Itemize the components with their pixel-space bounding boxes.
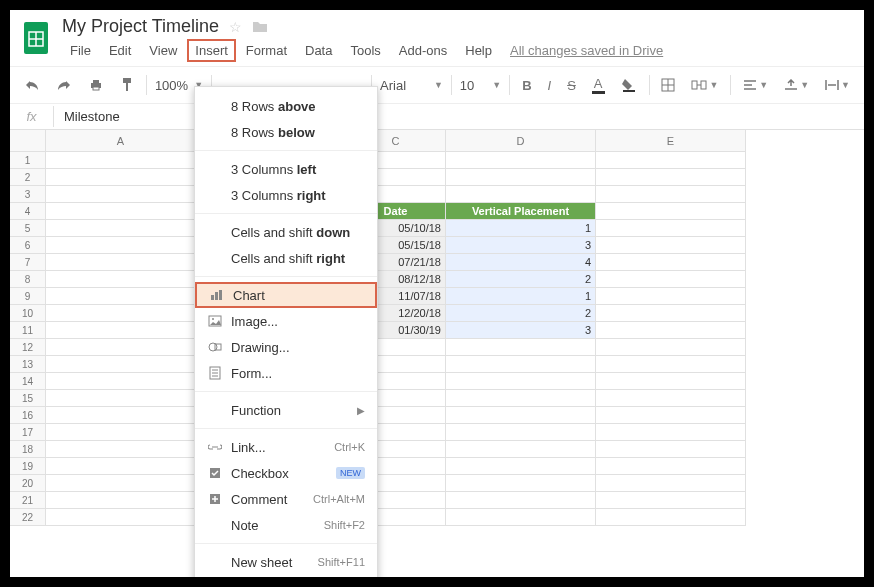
- cell[interactable]: [46, 441, 196, 458]
- cell[interactable]: [596, 339, 746, 356]
- cell[interactable]: [596, 458, 746, 475]
- cell[interactable]: [446, 152, 596, 169]
- save-status[interactable]: All changes saved in Drive: [510, 43, 663, 58]
- cell[interactable]: 2: [446, 271, 596, 288]
- menu-item-checkbox[interactable]: CheckboxNEW: [195, 460, 377, 486]
- menu-tools[interactable]: Tools: [342, 39, 388, 62]
- cell[interactable]: [46, 186, 196, 203]
- cell[interactable]: [46, 305, 196, 322]
- cell[interactable]: [596, 237, 746, 254]
- row-header[interactable]: 7: [10, 254, 46, 271]
- cell[interactable]: [46, 492, 196, 509]
- cell[interactable]: [46, 458, 196, 475]
- star-icon[interactable]: ☆: [229, 19, 242, 35]
- row-header[interactable]: 16: [10, 407, 46, 424]
- menu-item-image-[interactable]: Image...: [195, 308, 377, 334]
- menu-view[interactable]: View: [141, 39, 185, 62]
- cell[interactable]: [596, 373, 746, 390]
- menu-item-cells-and-shift-right[interactable]: Cells and shift right: [195, 245, 377, 271]
- italic-button[interactable]: I: [544, 74, 556, 97]
- cell[interactable]: [596, 220, 746, 237]
- menu-item-form-[interactable]: Form...: [195, 360, 377, 386]
- cell[interactable]: [46, 220, 196, 237]
- row-header[interactable]: 5: [10, 220, 46, 237]
- cell[interactable]: 2: [446, 305, 596, 322]
- cell[interactable]: [596, 322, 746, 339]
- cell[interactable]: [446, 169, 596, 186]
- row-header[interactable]: 12: [10, 339, 46, 356]
- cell[interactable]: [596, 475, 746, 492]
- row-header[interactable]: 20: [10, 475, 46, 492]
- menu-add-ons[interactable]: Add-ons: [391, 39, 455, 62]
- menu-item-8-rows-above[interactable]: 8 Rows above: [195, 93, 377, 119]
- cell[interactable]: [596, 390, 746, 407]
- cell[interactable]: [596, 509, 746, 526]
- cell[interactable]: [46, 424, 196, 441]
- cell[interactable]: [596, 152, 746, 169]
- undo-button[interactable]: [20, 74, 44, 96]
- menu-format[interactable]: Format: [238, 39, 295, 62]
- cell[interactable]: [46, 271, 196, 288]
- cell[interactable]: [46, 237, 196, 254]
- menu-item-8-rows-below[interactable]: 8 Rows below: [195, 119, 377, 145]
- merge-button[interactable]: ▼: [687, 74, 722, 96]
- cell[interactable]: [446, 356, 596, 373]
- cell[interactable]: [596, 288, 746, 305]
- row-header[interactable]: 17: [10, 424, 46, 441]
- cell[interactable]: [446, 186, 596, 203]
- cell[interactable]: [446, 407, 596, 424]
- menu-insert[interactable]: Insert: [187, 39, 236, 62]
- cell[interactable]: 1: [446, 220, 596, 237]
- cell[interactable]: [46, 254, 196, 271]
- col-header-D[interactable]: D: [446, 130, 596, 152]
- paint-format-button[interactable]: [116, 73, 138, 97]
- cell[interactable]: [46, 288, 196, 305]
- cell[interactable]: 4: [446, 254, 596, 271]
- cell[interactable]: [46, 407, 196, 424]
- cell[interactable]: 3: [446, 237, 596, 254]
- menu-item-new-sheet[interactable]: New sheetShift+F11: [195, 549, 377, 575]
- menu-help[interactable]: Help: [457, 39, 500, 62]
- cell[interactable]: [596, 407, 746, 424]
- cell[interactable]: [446, 475, 596, 492]
- menu-item-link-[interactable]: Link...Ctrl+K: [195, 434, 377, 460]
- redo-button[interactable]: [52, 74, 76, 96]
- cell[interactable]: [596, 424, 746, 441]
- cell[interactable]: 1: [446, 288, 596, 305]
- row-header[interactable]: 13: [10, 356, 46, 373]
- move-folder-icon[interactable]: [252, 20, 268, 34]
- menu-item-drawing-[interactable]: Drawing...: [195, 334, 377, 360]
- cell[interactable]: [46, 339, 196, 356]
- fill-color-button[interactable]: [617, 73, 641, 97]
- cell[interactable]: [446, 509, 596, 526]
- cell[interactable]: [596, 356, 746, 373]
- print-button[interactable]: [84, 74, 108, 96]
- wrap-button[interactable]: ▼: [821, 75, 854, 95]
- menu-item-3-columns-left[interactable]: 3 Columns left: [195, 156, 377, 182]
- cell[interactable]: [46, 475, 196, 492]
- cell[interactable]: [596, 441, 746, 458]
- menu-item-3-columns-right[interactable]: 3 Columns right: [195, 182, 377, 208]
- menu-item-comment[interactable]: CommentCtrl+Alt+M: [195, 486, 377, 512]
- menu-item-chart[interactable]: Chart: [195, 282, 377, 308]
- row-header[interactable]: 6: [10, 237, 46, 254]
- row-header[interactable]: 22: [10, 509, 46, 526]
- cell[interactable]: [46, 373, 196, 390]
- cell[interactable]: [596, 203, 746, 220]
- cell[interactable]: [46, 390, 196, 407]
- cell[interactable]: [46, 203, 196, 220]
- cell[interactable]: [446, 339, 596, 356]
- cell[interactable]: [596, 254, 746, 271]
- cell[interactable]: [446, 424, 596, 441]
- halign-button[interactable]: ▼: [739, 75, 772, 95]
- strike-button[interactable]: S: [563, 74, 580, 97]
- menu-data[interactable]: Data: [297, 39, 340, 62]
- row-header[interactable]: 9: [10, 288, 46, 305]
- cell[interactable]: [596, 305, 746, 322]
- menu-item-cells-and-shift-down[interactable]: Cells and shift down: [195, 219, 377, 245]
- font-size-select[interactable]: 10▼: [460, 78, 501, 93]
- borders-button[interactable]: [657, 74, 679, 96]
- row-header[interactable]: 1: [10, 152, 46, 169]
- row-header[interactable]: 2: [10, 169, 46, 186]
- cell[interactable]: [446, 492, 596, 509]
